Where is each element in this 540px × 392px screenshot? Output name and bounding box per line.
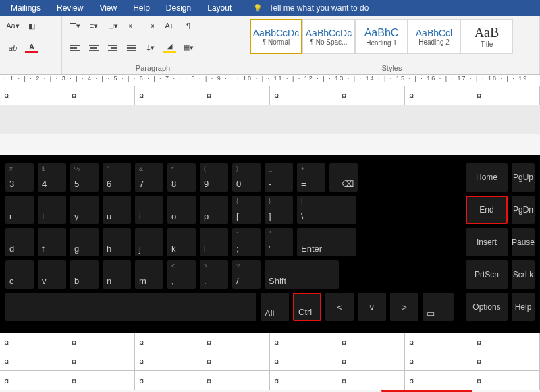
table-cell[interactable]: ¤ xyxy=(473,371,540,390)
navkey-pause[interactable]: Pause xyxy=(512,228,535,256)
borders-button[interactable]: ▦▾ xyxy=(181,41,196,55)
align-center-button[interactable] xyxy=(86,41,101,55)
navkey-insert[interactable]: Insert xyxy=(466,228,508,256)
table-cell[interactable]: ¤ xyxy=(0,86,68,105)
key-[interactable]: _- xyxy=(265,163,293,192)
align-right-button[interactable] xyxy=(105,41,120,55)
key-[interactable]: ?/ xyxy=(232,260,261,289)
key-[interactable]: "' xyxy=(265,228,293,256)
style-heading1[interactable]: AaBbC Heading 1 xyxy=(355,19,408,54)
key-k[interactable]: k xyxy=(167,228,196,256)
key-0[interactable]: )0 xyxy=(232,163,261,192)
table-cell[interactable]: ¤ xyxy=(0,371,68,390)
tab-mailings[interactable]: Mailings xyxy=(3,0,49,16)
table-cell[interactable]: ¤ xyxy=(338,371,405,390)
table-cell[interactable]: ¤ xyxy=(405,86,473,105)
table-cell[interactable]: ¤ xyxy=(0,333,68,352)
table-cell[interactable]: ¤ xyxy=(202,86,270,105)
key-[interactable]: :; xyxy=(232,228,261,256)
tab-view[interactable]: View xyxy=(91,0,125,16)
key-4[interactable]: $4 xyxy=(38,163,66,192)
change-case-button[interactable]: Aa▾ xyxy=(5,19,20,32)
key-enter[interactable]: Enter xyxy=(297,228,356,256)
table-cell[interactable]: ¤ xyxy=(135,333,202,352)
key-d[interactable]: d xyxy=(5,228,34,256)
line-spacing-button[interactable]: ‡▾ xyxy=(143,41,158,55)
key-[interactable]: ▭ xyxy=(423,293,454,321)
table-cell[interactable]: ¤ xyxy=(68,333,135,352)
style-no-spacing[interactable]: AaBbCcDc ¶ No Spac... xyxy=(302,19,355,54)
key-3[interactable]: #3 xyxy=(5,163,34,192)
key-p[interactable]: p xyxy=(200,196,228,224)
key-ctrl[interactable]: Ctrl xyxy=(293,293,321,321)
key-[interactable]: <, xyxy=(167,260,196,289)
justify-button[interactable] xyxy=(124,41,139,55)
key-r[interactable]: r xyxy=(5,196,34,224)
key-c[interactable]: c xyxy=(5,260,34,289)
key-f[interactable]: f xyxy=(38,228,66,256)
styles-gallery[interactable]: AaBbCcDc ¶ Normal AaBbCcDc ¶ No Spac... … xyxy=(250,19,534,54)
key-b[interactable]: b xyxy=(70,260,99,289)
key-space[interactable] xyxy=(5,293,256,321)
table-cell[interactable]: ¤ xyxy=(68,371,135,390)
bullets-button[interactable]: ☰▾ xyxy=(68,19,82,32)
table-cell[interactable]: ¤ xyxy=(270,333,338,352)
navkey-pgdn[interactable]: PgDn xyxy=(512,196,535,224)
key-5[interactable]: %5 xyxy=(70,163,99,192)
tell-me-search[interactable]: 💡 Tell me what you want to do xyxy=(240,3,369,13)
tab-help[interactable]: Help xyxy=(125,0,158,16)
table-cell[interactable]: ¤ xyxy=(338,86,405,105)
style-heading2[interactable]: AaBbCcl Heading 2 xyxy=(408,19,460,54)
table-cell[interactable]: ¤ xyxy=(473,352,540,370)
text-highlight-button[interactable]: ab xyxy=(5,41,20,55)
key-j[interactable]: j xyxy=(135,228,163,256)
increase-indent-button[interactable]: ⇥ xyxy=(143,19,158,32)
key-m[interactable]: m xyxy=(135,260,163,289)
table-cell[interactable]: ¤ xyxy=(135,371,202,390)
navkey-options[interactable]: Options xyxy=(466,293,508,321)
table-cell[interactable]: ¤ xyxy=(473,333,540,352)
key-i[interactable]: i xyxy=(135,196,163,224)
table-cell[interactable]: ¤ xyxy=(68,86,135,105)
font-color-button[interactable]: A xyxy=(24,41,39,55)
table-cell[interactable]: ¤ xyxy=(270,86,338,105)
table-cell[interactable]: ¤ xyxy=(68,352,135,370)
tab-layout[interactable]: Layout xyxy=(199,0,240,16)
key-[interactable]: += xyxy=(297,163,325,192)
key-t[interactable]: t xyxy=(38,196,66,224)
key-[interactable]: < xyxy=(325,293,354,321)
table-cell[interactable]: ¤ xyxy=(405,333,473,352)
key-6[interactable]: ^6 xyxy=(103,163,131,192)
shading-button[interactable]: ◢ xyxy=(162,41,177,55)
key-backspace[interactable]: ⌫ xyxy=(329,163,358,192)
table-cell[interactable]: ¤ xyxy=(338,352,405,370)
key-o[interactable]: o xyxy=(167,196,196,224)
horizontal-ruler[interactable]: · 1 · | · 2 · | · 3 · | · 4 · | · 5 · | … xyxy=(0,74,540,86)
navkey-pgup[interactable]: PgUp xyxy=(512,163,535,192)
navkey-scrlk[interactable]: ScrLk xyxy=(512,260,535,289)
table-cell[interactable]: ¤ xyxy=(202,333,270,352)
style-title[interactable]: AaB Title xyxy=(460,19,513,54)
key-[interactable]: }] xyxy=(265,196,293,224)
table-cell[interactable]: ¤ xyxy=(473,86,540,105)
navkey-end[interactable]: End xyxy=(466,196,508,224)
key-[interactable]: > xyxy=(390,293,418,321)
key-9[interactable]: (9 xyxy=(200,163,228,192)
table-cell[interactable]: ¤ xyxy=(202,352,270,370)
key-h[interactable]: h xyxy=(103,228,131,256)
key-[interactable]: ∨ xyxy=(358,293,386,321)
decrease-indent-button[interactable]: ⇤ xyxy=(124,19,139,32)
key-y[interactable]: y xyxy=(70,196,99,224)
show-marks-button[interactable]: ¶ xyxy=(181,19,196,32)
key-shift[interactable]: Shift xyxy=(265,260,339,289)
table-cell[interactable]: ¤ xyxy=(270,371,338,390)
key-7[interactable]: &7 xyxy=(135,163,163,192)
align-left-button[interactable] xyxy=(68,41,82,55)
numbering-button[interactable]: ≡▾ xyxy=(86,19,101,32)
key-[interactable]: {[ xyxy=(232,196,261,224)
table-cell[interactable]: ¤ xyxy=(405,352,473,370)
key-g[interactable]: g xyxy=(70,228,99,256)
navkey-help[interactable]: Help xyxy=(512,293,535,321)
multilevel-list-button[interactable]: ⊟▾ xyxy=(105,19,120,32)
table-cell[interactable]: ¤ xyxy=(0,352,68,370)
